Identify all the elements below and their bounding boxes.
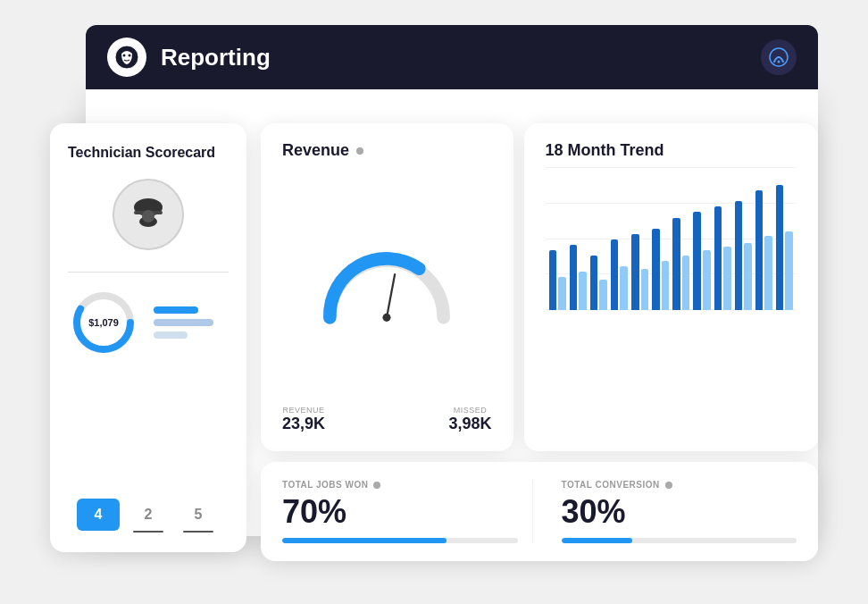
chart-bar-light [620, 266, 628, 310]
chart-bar-group [652, 229, 669, 310]
svg-point-2 [129, 55, 131, 57]
chart-bar-light [785, 231, 793, 310]
tab-5[interactable]: 5 [177, 499, 220, 531]
revenue-stat: REVENUE 23,9K [282, 406, 325, 433]
metric-bars [154, 306, 229, 339]
chart-bar-group [776, 185, 793, 310]
conversion-progress-fill [562, 538, 632, 543]
trend-panel: 18 Month Trend [524, 123, 818, 451]
jobs-won-label: TOTAL JOBS WON [282, 480, 368, 490]
chart-bar-group [631, 234, 648, 310]
gauge-container [282, 167, 492, 402]
revenue-info-dot [356, 147, 363, 155]
gauge-svg [306, 240, 467, 330]
chart-bar-light [723, 247, 731, 310]
technician-icon [121, 188, 175, 241]
metrics-panel: TOTAL JOBS WON 70% TOTAL CONVERSION 30% [261, 462, 818, 561]
chart-bar-light [764, 236, 772, 310]
donut-chart: $1,079 [68, 287, 139, 358]
tab-4[interactable]: 4 [77, 499, 120, 531]
revenue-panel: Revenue [261, 123, 513, 451]
chart-bar-group [735, 201, 752, 310]
svg-point-12 [383, 313, 391, 321]
chart-bar-dark [735, 201, 743, 310]
svg-point-4 [778, 61, 780, 63]
chart-bar-group [549, 250, 566, 310]
chart-bar-dark [631, 234, 639, 310]
chart-bar-light [662, 261, 670, 310]
dashboard-icon[interactable] [761, 39, 797, 75]
chart-bar-dark [611, 239, 619, 310]
conversion-header: TOTAL CONVERSION [562, 480, 797, 490]
chart-bar-light [744, 243, 752, 310]
metric-bar-1 [154, 306, 198, 314]
chart-bar-dark [549, 250, 557, 310]
page-title: Reporting [161, 44, 761, 71]
chart-bar-group [714, 206, 731, 310]
conversion-info [665, 482, 672, 489]
chart-bar-light [703, 250, 711, 310]
chart-bar-light [558, 277, 566, 310]
chart-bar-light [682, 256, 690, 310]
scorecard-tabs: 4 2 5 [68, 499, 229, 531]
chart-bar-light [599, 280, 607, 310]
chart-bar-dark [652, 229, 660, 310]
avatar-divider [68, 272, 229, 273]
chart-bar-dark [693, 212, 701, 310]
jobs-won-value: 70% [282, 493, 518, 531]
chart-bar-dark [570, 245, 578, 310]
metric-bar-2 [154, 319, 213, 326]
chart-bar-group [611, 239, 628, 310]
header-logo [107, 38, 146, 77]
chart-bar-light [579, 272, 587, 310]
trend-title: 18 Month Trend [546, 141, 664, 160]
chart-bar-light [641, 269, 649, 310]
chart-bar-dark [714, 206, 722, 310]
chart-bar-dark [672, 218, 680, 310]
donut-value: $1,079 [88, 317, 119, 328]
chart-bar-dark [755, 190, 764, 310]
main-content: Technician Scorecard [50, 123, 818, 561]
scorecard-panel: Technician Scorecard [50, 123, 246, 552]
chart-bar-group [693, 212, 710, 310]
top-panels: Revenue [261, 123, 818, 451]
metric-bar-3 [154, 331, 188, 339]
scorecard-metric: $1,079 [68, 287, 229, 358]
jobs-won-header: TOTAL JOBS WON [282, 480, 518, 490]
jobs-won-block: TOTAL JOBS WON 70% [282, 480, 518, 543]
svg-point-8 [142, 210, 154, 222]
right-panels: Revenue [261, 123, 818, 561]
chart-bar-group [570, 245, 587, 310]
header-bar: Reporting [86, 25, 818, 89]
jobs-won-progress-bg [282, 538, 518, 543]
chart-bar-group [590, 256, 607, 310]
jobs-won-info [373, 482, 380, 489]
chart-bar-group [755, 190, 772, 310]
avatar [113, 179, 184, 250]
revenue-title: Revenue [282, 141, 349, 160]
chart-bar-dark [590, 256, 598, 310]
trend-chart [546, 167, 797, 310]
revenue-header: Revenue [282, 141, 492, 160]
svg-point-1 [123, 55, 126, 57]
scorecard-title: Technician Scorecard [68, 145, 215, 161]
conversion-value: 30% [562, 493, 797, 531]
chart-bar-group [672, 218, 689, 310]
trend-header: 18 Month Trend [546, 141, 797, 160]
missed-stat: MISSED 3,98K [449, 406, 492, 433]
tab-2[interactable]: 2 [127, 499, 170, 531]
jobs-won-progress-fill [282, 538, 447, 543]
gauge-stats: REVENUE 23,9K MISSED 3,98K [282, 406, 492, 433]
conversion-label: TOTAL CONVERSION [562, 480, 660, 490]
svg-line-11 [387, 274, 395, 317]
conversion-progress-bg [562, 538, 797, 543]
conversion-block: TOTAL CONVERSION 30% [532, 480, 797, 543]
chart-bar-dark [776, 185, 784, 310]
